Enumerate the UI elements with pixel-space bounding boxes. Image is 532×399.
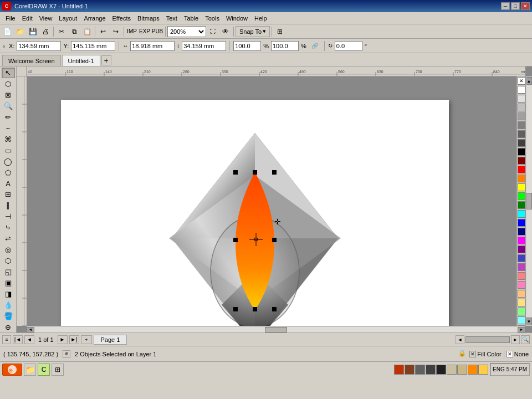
last-page-button[interactable]: ►| [69,335,79,344]
corel-button[interactable]: C [38,364,50,376]
tool-table-tool[interactable]: ⊞ [2,189,15,200]
zoom-select[interactable]: 200% 100% 75% 50% 400% [167,26,206,37]
scroll-right[interactable]: ▲ ▼ [525,76,532,326]
h-scrollbar-thumb[interactable] [466,336,510,343]
menu-edit[interactable]: Edit [19,14,36,23]
canvas-area[interactable]: 40 110 140 210 280 350 420 490 560 630 7… [17,66,532,332]
tool-transparency[interactable]: ◨ [2,289,15,299]
swatch-sand[interactable] [457,365,467,375]
height-pct-input[interactable] [271,41,299,51]
another-tool[interactable]: ⊞ [52,364,64,376]
tool-select[interactable]: ↖ [2,68,15,78]
tool-extrude[interactable]: ◱ [2,267,15,277]
tool-crop[interactable]: ⊠ [2,90,15,100]
add-page-button[interactable]: + [81,335,92,344]
minimize-button[interactable]: ─ [501,2,510,10]
scroll-right-small[interactable]: ► [511,335,520,344]
tool-color-eyedrop[interactable]: 💧 [2,300,15,310]
undo-button[interactable]: ↩ [97,25,109,38]
menu-tools[interactable]: Tools [202,14,223,23]
tool-connector[interactable]: ⤷ [2,222,15,233]
view-mode-button[interactable]: 👁 [219,25,232,38]
menu-view[interactable]: View [36,14,56,23]
tool-polygon[interactable]: ⬠ [2,167,15,178]
zoom-out-button[interactable]: 🔍 [521,335,530,344]
print-button[interactable]: 🖨 [39,25,52,38]
fullscreen-button[interactable]: ⛶ [207,25,219,38]
tool-parallel[interactable]: ∥ [2,200,15,211]
tool-envelope[interactable]: ⬡ [2,255,15,266]
color-palette[interactable]: ✕ [516,76,525,326]
menu-file[interactable]: File [2,14,19,23]
swatch-yellow[interactable] [478,365,488,375]
page-list-button[interactable]: ≡ [2,335,11,344]
menu-help[interactable]: Help [251,14,270,23]
tool-smart-fill[interactable]: ⊕ [2,322,15,332]
tool-artistic[interactable]: ⌘ [2,134,15,145]
tool-text[interactable]: A [2,178,15,189]
prev-page-button[interactable]: ◄ [24,335,34,344]
menu-layout[interactable]: Layout [55,14,80,23]
swatch-orange[interactable] [468,365,478,375]
tab-welcome[interactable]: Welcome Screen [2,55,61,66]
swatch-tan[interactable] [447,365,457,375]
tool-shadow[interactable]: ▣ [2,278,15,288]
menu-bitmaps[interactable]: Bitmaps [134,14,163,23]
close-button[interactable]: ✕ [521,2,530,10]
import-button[interactable]: IMP [126,25,138,38]
save-button[interactable]: 💾 [27,25,39,38]
paste-button[interactable]: 📋 [81,25,93,38]
scroll-bottom[interactable]: ◄ ► [27,326,525,332]
document-canvas[interactable]: ✛ [61,100,449,332]
publish-button[interactable]: PUB [151,25,163,38]
scroll-left-small[interactable]: ◄ [456,335,464,344]
y-input[interactable] [71,41,115,51]
new-button[interactable]: 📄 [1,25,13,38]
swatch-darkgray[interactable] [436,365,446,375]
menu-effects[interactable]: Effects [109,14,134,23]
width-pct-input[interactable] [233,41,261,51]
tab-document[interactable]: Untitled-1 [62,55,100,66]
folder-button[interactable]: 📁 [24,364,36,376]
swatch-brown[interactable] [405,365,415,375]
tool-ellipse[interactable]: ◯ [2,156,15,167]
start-button[interactable]: ⊛ [2,364,22,376]
tool-blend[interactable]: ⇌ [2,233,15,244]
lock-ratio-button[interactable]: 🔗 [309,40,321,52]
tool-node[interactable]: ⬡ [2,79,15,89]
swatch-gray2[interactable] [426,365,436,375]
menu-window[interactable]: Window [223,14,251,23]
tab-add-button[interactable]: + [101,55,111,65]
copy-button[interactable]: ⧉ [68,25,80,38]
page-1-tab[interactable]: Page 1 [94,335,127,345]
tool-freehand[interactable]: ✏ [2,112,15,122]
height-input[interactable] [182,41,226,51]
angle-input[interactable] [335,41,362,51]
first-page-button[interactable]: |◄ [13,335,23,344]
next-page-button[interactable]: ► [58,335,68,344]
menu-arrange[interactable]: Arrange [80,14,109,23]
tool-smart-draw[interactable]: ~ [2,123,15,134]
snap-to-button[interactable]: Snap To ▾ [236,26,270,37]
menu-table[interactable]: Table [181,14,202,23]
open-button[interactable]: 📁 [14,25,26,38]
align-button[interactable]: ⊞ [274,25,286,38]
cut-button[interactable]: ✂ [55,25,68,38]
x-input[interactable] [17,41,61,51]
swatch-gray1[interactable] [415,365,425,375]
tool-contour[interactable]: ◎ [2,244,15,255]
width-input[interactable] [130,41,175,51]
tool-interactive-fill[interactable]: 🪣 [2,311,15,321]
white-swatch[interactable] [518,86,525,94]
tool-dimension[interactable]: ⊣ [2,211,15,222]
export-button[interactable]: EXP [139,25,151,38]
maximize-button[interactable]: □ [511,2,520,10]
no-color-swatch[interactable]: ✕ [518,77,525,85]
redo-button[interactable]: ↪ [110,25,122,38]
cursor-mode-button[interactable]: ⊕ [63,350,70,358]
swatch-red[interactable] [394,365,404,375]
tool-rect[interactable]: ▭ [2,145,15,156]
lock-icon[interactable]: 🔒 [458,350,467,359]
tool-zoom-tool[interactable]: 🔍 [2,101,15,111]
menu-text[interactable]: Text [163,14,181,23]
